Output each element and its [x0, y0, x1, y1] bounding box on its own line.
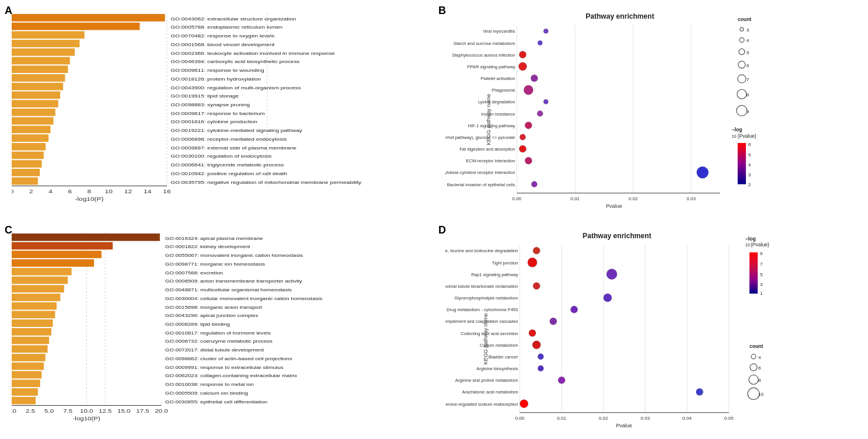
svg-text:7: 7	[747, 77, 750, 82]
svg-rect-131	[12, 337, 49, 344]
svg-text:Glycolysis (Embden-Meyerhof pa: Glycolysis (Embden-Meyerhof pathway), gl…	[445, 135, 515, 140]
svg-text:−log: −log	[732, 127, 742, 133]
svg-point-208	[532, 341, 541, 349]
svg-text:Lysine degradation: Lysine degradation	[478, 99, 515, 104]
svg-rect-121	[12, 250, 102, 258]
svg-text:5.0: 5.0	[44, 409, 54, 414]
svg-point-92	[531, 182, 537, 187]
panel-a-svg: 0 2 4 6 8 10 12 14 16 -log10(P) GO:00430…	[12, 13, 431, 202]
svg-text:GO:0010817: regulation of horm: GO:0010817: regulation of hormone levels	[165, 330, 271, 336]
svg-point-100	[738, 61, 745, 68]
svg-text:GO:0006732: coenzyme metabolic: GO:0006732: coenzyme metabolic process	[165, 339, 273, 344]
svg-text:0.05: 0.05	[724, 416, 734, 421]
svg-text:GO:0009611: response to woundi: GO:0009611: response to wounding	[171, 68, 264, 72]
svg-text:0.00: 0.00	[515, 416, 525, 421]
svg-point-104	[737, 89, 747, 99]
svg-text:7: 7	[760, 262, 763, 267]
svg-point-84	[524, 85, 533, 95]
svg-text:4: 4	[48, 189, 53, 194]
svg-text:17.5: 17.5	[136, 409, 149, 414]
svg-point-212	[696, 388, 703, 395]
svg-text:9: 9	[760, 251, 763, 256]
svg-text:GO:0070482: response to oxygen: GO:0070482: response to oxygen levels	[171, 33, 275, 38]
svg-text:GO:0010038: response to metal : GO:0010038: response to metal ion	[165, 382, 254, 387]
svg-rect-119	[12, 234, 160, 241]
svg-text:0.02: 0.02	[629, 196, 638, 201]
svg-text:GO:0015698: inorganic anion tr: GO:0015698: inorganic anion transport	[165, 305, 263, 310]
svg-text:Bacterial invasion of epitheli: Bacterial invasion of epithelial cells	[447, 182, 515, 187]
svg-point-219	[749, 375, 758, 384]
svg-text:GO:0018126: protein hydroxylat: GO:0018126: protein hydroxylation	[171, 76, 262, 81]
svg-text:GO:0098883: synapse pruning: GO:0098883: synapse pruning	[171, 102, 250, 107]
svg-text:GO:0098862: cluster of actin-b: GO:0098862: cluster of actin-based cell …	[165, 356, 292, 361]
svg-text:GO:0072017: distal tubule deve: GO:0072017: distal tubule development	[165, 347, 264, 353]
svg-text:Starch and sucrose metabolism: Starch and sucrose metabolism	[454, 41, 515, 46]
svg-rect-136	[12, 379, 40, 387]
svg-text:9: 9	[747, 109, 750, 114]
svg-text:GO:0098771: inorganic ion home: GO:0098771: inorganic ion homeostasis	[165, 262, 265, 267]
svg-point-204	[604, 294, 612, 302]
svg-text:GO:0005788: endoplasmic reticu: GO:0005788: endoplasmic reticulum lumen	[171, 25, 283, 30]
svg-text:-log10(P): -log10(P)	[75, 196, 103, 202]
svg-rect-3	[12, 23, 140, 30]
svg-text:0.01: 0.01	[570, 196, 580, 201]
svg-text:GO:0001568: blood vessel devel: GO:0001568: blood vessel development	[171, 42, 275, 47]
svg-text:Phagosome: Phagosome	[491, 88, 515, 93]
svg-text:3: 3	[760, 282, 763, 287]
svg-rect-134	[12, 363, 44, 370]
svg-text:HIF-1 signaling pathway: HIF-1 signaling pathway	[468, 123, 515, 128]
svg-rect-9	[12, 74, 65, 82]
svg-point-98	[739, 49, 745, 55]
svg-point-94	[740, 27, 744, 31]
svg-text:Fat digestion and absorption: Fat digestion and absorption	[459, 147, 515, 152]
svg-rect-5	[12, 40, 79, 47]
svg-text:Pathway enrichment: Pathway enrichment	[583, 232, 651, 240]
svg-text:Glycerophospholipid metabolism: Glycerophospholipid metabolism	[454, 295, 518, 301]
svg-point-82	[518, 62, 527, 71]
panel-d-chart: Pathway enrichment KEGG pathway name 0.0…	[445, 230, 865, 433]
svg-rect-17	[12, 143, 46, 151]
svg-text:Pvalue: Pvalue	[616, 423, 632, 428]
svg-text:GO:0016324: apical plasma memb: GO:0016324: apical plasma membrane	[165, 236, 263, 241]
svg-text:Pathway enrichment: Pathway enrichment	[585, 12, 654, 20]
svg-rect-15	[12, 126, 50, 133]
svg-rect-12	[12, 100, 58, 107]
svg-text:Arginine and proline metabolis: Arginine and proline metabolism	[455, 378, 518, 383]
panel-b-chart: Pathway enrichment KEGG pathway name 0.0…	[445, 11, 865, 214]
svg-rect-127	[12, 302, 57, 310]
svg-text:10: 10	[732, 134, 737, 138]
svg-rect-130	[12, 328, 51, 336]
svg-text:Arginine biosynthesis: Arginine biosynthesis	[476, 366, 518, 371]
svg-text:6: 6	[758, 365, 761, 371]
svg-text:Carbon metabolism: Carbon metabolism	[480, 343, 518, 348]
svg-text:GO:0010942: positive regulatio: GO:0010942: positive regulation of cell …	[171, 171, 287, 176]
panel-d-svg: Pathway enrichment KEGG pathway name 0.0…	[445, 230, 865, 433]
panel-b-svg: Pathway enrichment KEGG pathway name 0.0…	[445, 11, 865, 214]
svg-text:GO:0019915: lipid storage: GO:0019915: lipid storage	[171, 94, 239, 99]
svg-text:Tight junction: Tight junction	[492, 260, 518, 266]
svg-text:8: 8	[758, 378, 761, 383]
svg-rect-11	[12, 92, 60, 99]
svg-text:Staphylococcus aureus infectio: Staphylococcus aureus infection	[452, 53, 515, 58]
svg-rect-8	[12, 65, 68, 73]
svg-text:4: 4	[747, 38, 750, 43]
svg-text:GO:0008289: lipid binding: GO:0008289: lipid binding	[165, 322, 230, 327]
panel-d: D Pathway enrichment KEGG pathway name 0…	[434, 220, 868, 439]
svg-text:GO:0043062: extracellular stru: GO:0043062: extracellular structure orga…	[171, 16, 297, 21]
svg-point-83	[531, 75, 538, 82]
svg-rect-7	[12, 57, 70, 65]
svg-text:2: 2	[748, 182, 751, 187]
svg-text:PPAR signaling pathway: PPAR signaling pathway	[467, 64, 515, 69]
svg-rect-129	[12, 319, 53, 327]
svg-rect-111	[738, 143, 746, 184]
svg-text:5: 5	[748, 152, 751, 158]
svg-text:GO:0019221: cytokine-mediated : GO:0019221: cytokine-mediated signaling …	[171, 128, 303, 133]
svg-point-88	[520, 134, 525, 140]
svg-point-213	[520, 400, 528, 408]
svg-point-85	[543, 99, 548, 104]
svg-point-207	[529, 329, 536, 336]
svg-text:ECM-receptor interaction: ECM-receptor interaction	[466, 158, 515, 163]
svg-rect-125	[12, 285, 64, 292]
svg-text:0.02: 0.02	[599, 416, 608, 421]
svg-text:GO:0006898: receptor-mediated : GO:0006898: receptor-mediated endocytosi…	[171, 137, 287, 141]
